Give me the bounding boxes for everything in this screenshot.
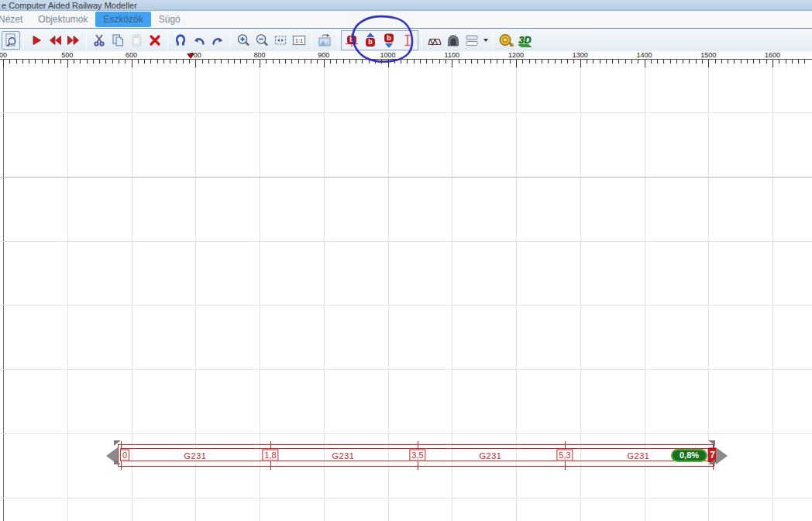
zoom-in-icon	[236, 33, 251, 48]
menu-item-nezet[interactable]: Nézet	[0, 12, 30, 27]
image-rotate-button[interactable]	[315, 31, 334, 50]
ruler-tick	[721, 60, 722, 64]
menu-item-sugo[interactable]: Súgó	[151, 12, 188, 27]
ruler-tick	[715, 60, 716, 64]
ruler-tick	[484, 60, 485, 64]
step-back-button[interactable]	[46, 31, 64, 50]
grid-line-horizontal	[0, 369, 812, 370]
preview-zoom-icon	[3, 33, 19, 48]
ruler-tick	[298, 60, 299, 64]
ruler-tick	[625, 60, 626, 64]
ruler-label: 600	[126, 51, 137, 59]
ruler-label: 500	[61, 51, 73, 59]
toolbar: 1:1bbb3D	[0, 28, 812, 51]
gradient-marker-button[interactable]: b	[342, 31, 361, 50]
zoom-1-1-button[interactable]: 1:1	[290, 31, 308, 50]
zoom-in-button[interactable]	[234, 31, 253, 50]
ruler-tick	[689, 60, 690, 64]
undo-button[interactable]	[190, 31, 208, 50]
gradient-raise-button[interactable]: b	[361, 31, 380, 50]
tunnel-button[interactable]	[444, 31, 463, 50]
toolbar-separator	[230, 32, 231, 49]
rotate-button[interactable]	[171, 31, 190, 50]
preview-button[interactable]	[2, 31, 20, 50]
ruler-tick	[804, 60, 805, 64]
view-3d-button[interactable]: 3D	[515, 31, 534, 50]
ruler-tick	[99, 60, 100, 64]
zoom-out-button[interactable]	[253, 31, 271, 50]
grid-line-horizontal	[0, 498, 812, 499]
zoom-out-icon	[254, 33, 270, 48]
track-end-arrow-right	[716, 447, 728, 464]
ruler-tick	[535, 60, 536, 64]
ruler-tick	[772, 60, 773, 67]
toolbar-separator	[337, 32, 338, 49]
rewind-red-icon	[47, 33, 63, 48]
ruler-tick	[741, 60, 741, 64]
cut-button[interactable]	[90, 31, 108, 50]
ruler-tick	[343, 60, 344, 64]
ruler-tick	[580, 60, 581, 67]
ruler-tick	[388, 60, 389, 67]
paste-button[interactable]	[127, 31, 146, 50]
track-joint-label: 0	[120, 450, 129, 461]
toolbar-group: 1:1	[234, 30, 308, 50]
ruler-tick	[87, 60, 88, 64]
ruler-tick	[798, 60, 799, 64]
zoom-fit-icon	[273, 33, 288, 48]
redo-button[interactable]	[208, 31, 227, 50]
ruler-tick	[567, 60, 568, 64]
ruler-tick	[600, 60, 600, 64]
zoom-fit-button[interactable]	[271, 31, 290, 50]
ruler-tick	[375, 60, 376, 64]
selection-handle	[708, 440, 715, 446]
measure-button[interactable]	[497, 31, 515, 50]
window-titlebar: e Computer Aided Railway Modeller	[0, 0, 812, 11]
track-style-button[interactable]	[463, 31, 481, 50]
canvas[interactable]: 01,83,55,37G231G231G231G2310,8%	[0, 67, 812, 521]
ruler-tick	[618, 60, 619, 64]
ruler-tick	[119, 60, 119, 64]
run-button[interactable]	[27, 31, 46, 50]
ruler-tick	[503, 60, 504, 64]
track-segment-label: G231	[624, 451, 653, 461]
ruler-tick	[593, 60, 594, 64]
chevron-down-icon	[483, 39, 488, 42]
bridge-button[interactable]	[425, 31, 444, 50]
ruler-tick	[606, 60, 607, 64]
ruler-tick	[234, 60, 235, 64]
ruler-tick	[555, 60, 556, 64]
ruler-tick	[510, 60, 511, 64]
text-cursor-button[interactable]	[398, 31, 417, 50]
step-forward-button[interactable]	[64, 31, 83, 50]
gradient-badge: 0,8%	[671, 449, 707, 462]
ruler-tick	[446, 60, 446, 64]
ruler-tick	[702, 60, 703, 64]
ruler-tick	[273, 60, 274, 64]
menu-item-eszkozok[interactable]: Eszközök	[95, 12, 150, 27]
ruler-tick	[3, 60, 4, 67]
copy-button[interactable]	[108, 31, 127, 50]
svg-text:1:1: 1:1	[295, 37, 303, 44]
ruler-tick	[240, 60, 241, 64]
ruler-tick	[67, 60, 68, 67]
toolbar-group: 3D	[497, 30, 534, 50]
ruler-tick	[670, 60, 671, 64]
selection-handle	[114, 459, 121, 464]
delete-button[interactable]	[146, 31, 164, 50]
selection-handle	[114, 440, 121, 446]
gradient-raise-icon: b	[363, 33, 378, 48]
grid-line-vertical	[772, 67, 773, 521]
toolbar-group	[425, 30, 490, 50]
ruler-tick	[676, 60, 677, 64]
ruler-tick	[144, 60, 145, 64]
track-style-button-dropdown[interactable]	[481, 31, 490, 50]
ruler-tick	[170, 60, 170, 64]
ruler-tick	[189, 60, 190, 64]
ruler-tick	[80, 60, 81, 64]
grid-line-horizontal	[0, 177, 812, 178]
gradient-lower-button[interactable]: b	[380, 31, 398, 50]
measure-tape-icon	[498, 33, 514, 48]
ruler-tick	[260, 60, 260, 67]
menu-item-objektumok[interactable]: Objektumok	[30, 12, 95, 27]
